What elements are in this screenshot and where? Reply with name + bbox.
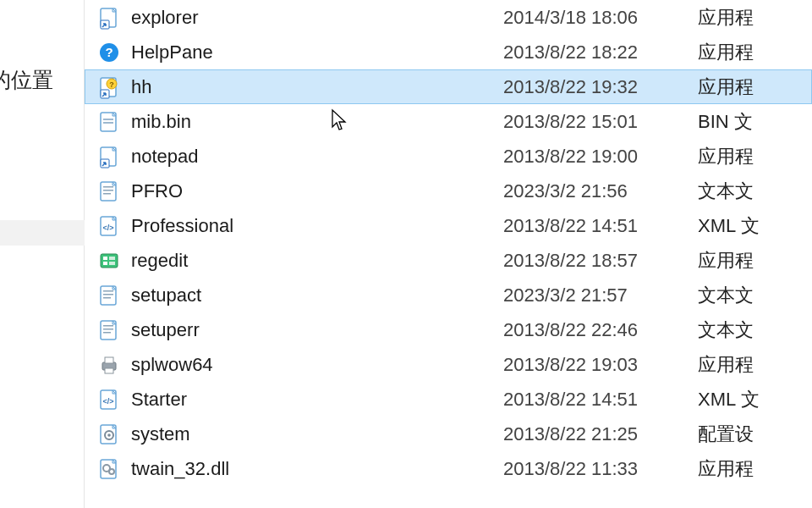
file-type: XML 文 [698, 387, 811, 412]
printer-icon [97, 353, 121, 377]
svg-rect-31 [103, 332, 111, 334]
file-type: 应用程 [698, 456, 811, 482]
file-row[interactable]: notepad2013/8/22 19:00应用程 [85, 139, 812, 174]
txt-icon [97, 179, 121, 203]
file-name: hh [131, 76, 503, 98]
file-date: 2013/8/22 21:25 [503, 423, 698, 445]
svg-rect-25 [103, 290, 113, 292]
svg-rect-9 [103, 119, 113, 120]
file-date: 2013/8/22 14:51 [503, 389, 698, 411]
file-type: 应用程 [698, 40, 811, 65]
file-row[interactable]: PFRO2023/3/2 21:56文本文 [85, 174, 812, 208]
file-name: twain_32.dll [131, 458, 503, 480]
file-type: 文本文 [698, 283, 811, 308]
file-row[interactable]: </>Professional2013/8/22 14:51XML 文 [85, 208, 812, 243]
sidebar-selection-highlight [0, 220, 85, 246]
file-type: BIN 文 [698, 109, 811, 135]
regedit-icon [97, 249, 121, 273]
file-name: Starter [131, 389, 503, 411]
file-type: 应用程 [698, 352, 811, 378]
file-name: setuperr [131, 319, 503, 341]
svg-text:</>: </> [102, 224, 113, 232]
file-name: regedit [131, 250, 503, 272]
file-date: 2014/3/18 18:06 [503, 7, 698, 29]
file-row[interactable]: system2013/8/22 21:25配置设 [85, 417, 812, 451]
svg-rect-21 [103, 262, 107, 265]
file-row[interactable]: splwow642013/8/22 19:03应用程 [85, 347, 812, 382]
file-date: 2023/3/2 21:57 [503, 284, 698, 306]
file-type: XML 文 [698, 213, 811, 239]
svg-rect-14 [103, 186, 113, 188]
file-date: 2013/8/22 18:57 [503, 250, 698, 272]
svg-rect-19 [101, 254, 118, 268]
file-icon [97, 110, 121, 134]
file-name: Professional [131, 215, 503, 237]
file-type: 应用程 [698, 5, 811, 30]
txt-icon [97, 318, 121, 342]
file-name: splwow64 [131, 354, 503, 376]
file-row[interactable]: ?hh2013/8/22 19:32应用程 [85, 69, 812, 104]
dll-icon [97, 457, 121, 481]
file-type: 应用程 [698, 144, 811, 169]
file-row[interactable]: ?HelpPane2013/8/22 18:22应用程 [85, 35, 812, 69]
svg-rect-10 [103, 122, 113, 124]
xml-icon: </> [97, 388, 121, 411]
svg-rect-30 [103, 329, 113, 330]
file-row[interactable]: regedit2013/8/22 18:57应用程 [85, 243, 812, 278]
file-date: 2013/8/22 18:22 [503, 41, 698, 64]
file-date: 2013/8/22 19:03 [503, 354, 698, 376]
svg-text:?: ? [105, 45, 112, 59]
svg-rect-15 [103, 190, 113, 191]
file-date: 2013/8/22 14:51 [503, 215, 698, 237]
file-row[interactable]: mib.bin2013/8/22 15:01BIN 文 [85, 104, 812, 139]
help-app-icon: ? [97, 41, 121, 64]
svg-text:</>: </> [102, 397, 113, 406]
file-name: PFRO [131, 180, 503, 202]
file-type: 文本文 [698, 179, 811, 204]
file-row[interactable]: setupact2023/3/2 21:57文本文 [85, 278, 812, 312]
xml-icon: </> [97, 214, 121, 238]
svg-text:?: ? [109, 80, 114, 89]
file-date: 2013/8/22 15:01 [503, 111, 698, 133]
shortcut-icon [97, 6, 121, 30]
file-type: 应用程 [698, 248, 811, 273]
svg-rect-16 [103, 193, 111, 195]
svg-point-39 [107, 433, 111, 437]
chm-icon: ? [97, 75, 121, 99]
file-type: 配置设 [698, 422, 811, 447]
svg-rect-20 [103, 257, 107, 260]
svg-rect-29 [103, 325, 113, 327]
ini-icon [97, 422, 121, 446]
file-name: HelpPane [131, 41, 503, 64]
file-type: 应用程 [698, 75, 811, 100]
file-list[interactable]: explorer2014/3/18 18:06应用程?HelpPane2013/… [85, 0, 812, 508]
file-type: 文本文 [698, 318, 811, 343]
file-date: 2013/8/22 11:33 [503, 458, 698, 480]
svg-rect-23 [109, 262, 115, 265]
sidebar-location-label: 的位置 [0, 66, 53, 94]
shortcut-icon [97, 145, 121, 168]
svg-rect-26 [103, 294, 113, 295]
svg-rect-22 [109, 257, 115, 260]
txt-icon [97, 284, 121, 307]
sidebar: 的位置 [0, 0, 85, 508]
file-row[interactable]: </>Starter2013/8/22 14:51XML 文 [85, 382, 812, 417]
file-date: 2013/8/22 19:00 [503, 146, 698, 168]
file-date: 2023/3/2 21:56 [503, 180, 698, 202]
file-name: mib.bin [131, 111, 503, 133]
file-row[interactable]: explorer2014/3/18 18:06应用程 [85, 0, 812, 35]
file-name: system [131, 423, 503, 445]
svg-rect-34 [105, 368, 113, 373]
svg-rect-33 [105, 357, 113, 363]
file-date: 2013/8/22 22:46 [503, 319, 698, 341]
file-row[interactable]: setuperr2013/8/22 22:46文本文 [85, 312, 812, 347]
file-name: notepad [131, 146, 503, 168]
file-date: 2013/8/22 19:32 [503, 76, 698, 98]
svg-rect-27 [103, 297, 111, 299]
file-name: setupact [131, 284, 503, 306]
file-name: explorer [131, 7, 503, 29]
file-row[interactable]: twain_32.dll2013/8/22 11:33应用程 [85, 451, 812, 486]
